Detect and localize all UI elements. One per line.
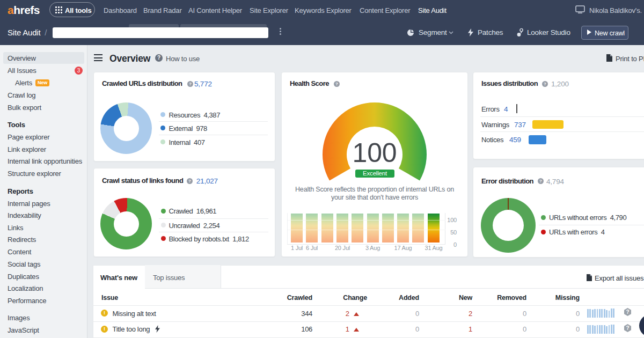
svg-text:?: ? [626, 309, 630, 315]
svg-text:?: ? [626, 325, 630, 331]
